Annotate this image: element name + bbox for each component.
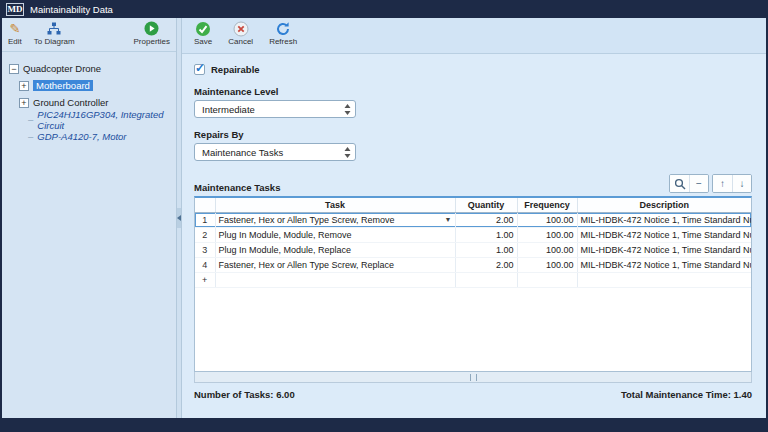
quantity-cell[interactable]: 2.00 [455, 258, 517, 273]
checkmark-icon: ✓ [195, 61, 205, 75]
task-cell[interactable]: Plug In Module, Module, Replace [215, 243, 455, 258]
add-row[interactable]: + [195, 273, 751, 288]
tree-label-ground-controller[interactable]: Ground Controller [33, 97, 109, 108]
properties-icon [144, 21, 159, 36]
move-down-button[interactable]: ↓ [732, 175, 751, 192]
grid-toolbar: − ↑ ↓ [669, 174, 752, 193]
table-row[interactable]: 2 Plug In Module, Module, Remove 1.00 10… [195, 228, 751, 243]
refresh-label: Refresh [269, 37, 297, 46]
row-number: 4 [195, 258, 215, 273]
edit-label: Edit [8, 37, 22, 46]
collapse-icon[interactable]: − [9, 64, 19, 74]
search-icon [674, 178, 686, 190]
tree-connector: – [28, 114, 33, 125]
refresh-icon [275, 21, 291, 36]
window-body: ✎ Edit To Diagram [2, 18, 766, 418]
bottom-status-bar [0, 418, 768, 432]
quantity-cell[interactable]: 1.00 [455, 228, 517, 243]
table-row[interactable]: 1 Fastener, Hex or Allen Type Screw, Rem… [195, 213, 751, 228]
move-up-button[interactable]: ↑ [713, 175, 732, 192]
repairable-checkbox[interactable]: ✓ [194, 64, 205, 75]
frequency-cell[interactable]: 100.00 [517, 258, 577, 273]
add-row-icon[interactable]: + [195, 273, 215, 288]
down-arrow-icon: ↓ [740, 178, 745, 189]
quantity-cell[interactable]: 1.00 [455, 243, 517, 258]
tree-label-motor[interactable]: GDP-A4120-7, Motor [37, 131, 126, 142]
diagram-icon [47, 21, 61, 36]
number-of-tasks: Number of Tasks: 6.00 [194, 389, 295, 400]
properties-label: Properties [134, 37, 170, 46]
empty-cell [215, 273, 455, 288]
horizontal-scrollbar[interactable] [194, 372, 752, 383]
left-panel: ✎ Edit To Diagram [2, 18, 176, 418]
save-button[interactable]: Save [194, 21, 212, 53]
cancel-x-icon [233, 21, 249, 36]
maintenance-tasks-label: Maintenance Tasks [194, 182, 280, 193]
scrollbar-grip-icon[interactable] [470, 374, 477, 381]
quantity-cell[interactable]: 2.00 [455, 213, 517, 228]
select-spinner-icon [344, 104, 351, 115]
search-button[interactable] [670, 175, 689, 192]
properties-button[interactable]: Properties [134, 21, 170, 46]
quantity-header[interactable]: Quantity [455, 198, 517, 213]
table-row[interactable]: 3 Plug In Module, Module, Replace 1.00 1… [195, 243, 751, 258]
expand-icon[interactable]: + [19, 98, 29, 108]
collapse-left-icon [177, 215, 181, 221]
window-title: Maintainability Data [30, 4, 113, 15]
frequency-header[interactable]: Frequency [517, 198, 577, 213]
table-header-row: Task Quantity Frequency Description [195, 198, 751, 213]
repairable-label: Repairable [211, 64, 260, 75]
dropdown-caret-icon[interactable]: ▼ [445, 216, 452, 223]
component-tree: − Quadcopter Drone + Motherboard + Groun… [2, 52, 176, 145]
description-cell[interactable]: MIL-HDBK-472 Notice 1, Time Standard Num… [577, 213, 751, 228]
tree-item-quadcopter-drone[interactable]: − Quadcopter Drone [2, 60, 176, 77]
form-content: ✓ Repairable Maintenance Level Intermedi… [182, 54, 766, 418]
save-label: Save [194, 37, 212, 46]
task-cell[interactable]: Fastener, Hex or Allen Type Screw, Remov… [215, 213, 455, 228]
frequency-cell[interactable]: 100.00 [517, 213, 577, 228]
panel-splitter[interactable] [176, 18, 182, 418]
task-header[interactable]: Task [215, 198, 455, 213]
main-panel: Save Cancel [182, 18, 766, 418]
maintenance-level-label: Maintenance Level [194, 86, 752, 97]
minus-icon: − [696, 178, 702, 189]
frequency-cell[interactable]: 100.00 [517, 243, 577, 258]
description-header[interactable]: Description [577, 198, 751, 213]
frequency-cell[interactable]: 100.00 [517, 228, 577, 243]
empty-cell [577, 273, 751, 288]
tree-item-motor[interactable]: – GDP-A4120-7, Motor [2, 128, 176, 145]
pencil-icon: ✎ [9, 22, 20, 36]
to-diagram-button[interactable]: To Diagram [34, 21, 75, 46]
edit-button[interactable]: ✎ Edit [8, 21, 22, 46]
maintenance-level-select[interactable]: Intermediate [194, 100, 356, 118]
row-number: 1 [195, 213, 215, 228]
repairs-by-value: Maintenance Tasks [202, 147, 283, 158]
description-cell[interactable]: MIL-HDBK-472 Notice 1, Time Standard Num… [577, 258, 751, 273]
task-cell[interactable]: Plug In Module, Module, Remove [215, 228, 455, 243]
row-number-header [195, 198, 215, 213]
up-arrow-icon: ↑ [720, 178, 725, 189]
task-cell[interactable]: Fastener, Hex or Allen Type Screw, Repla… [215, 258, 455, 273]
table-row[interactable]: 4 Fastener, Hex or Allen Type Screw, Rep… [195, 258, 751, 273]
tree-item-motherboard[interactable]: + Motherboard [2, 77, 176, 94]
tree-label-motherboard-selected[interactable]: Motherboard [33, 80, 93, 91]
description-cell[interactable]: MIL-HDBK-472 Notice 1, Time Standard Num… [577, 228, 751, 243]
to-diagram-label: To Diagram [34, 37, 75, 46]
repairs-by-select[interactable]: Maintenance Tasks [194, 143, 356, 161]
tree-item-pic24[interactable]: – PIC24HJ16GP304, Integrated Circuit [2, 111, 176, 128]
expand-icon[interactable]: + [19, 81, 29, 91]
remove-row-button[interactable]: − [689, 175, 708, 192]
save-check-icon [195, 21, 211, 36]
row-number: 3 [195, 243, 215, 258]
tree-label-pic24[interactable]: PIC24HJ16GP304, Integrated Circuit [37, 109, 176, 131]
grid-footer: Number of Tasks: 6.00 Total Maintenance … [194, 389, 752, 400]
tree-connector: – [28, 131, 33, 142]
refresh-button[interactable]: Refresh [269, 21, 297, 53]
splitter-collapse-handle[interactable] [177, 208, 181, 228]
row-number: 2 [195, 228, 215, 243]
total-maintenance-time: Total Maintenance Time: 1.40 [621, 389, 752, 400]
tree-label-root[interactable]: Quadcopter Drone [23, 63, 101, 74]
description-cell[interactable]: MIL-HDBK-472 Notice 1, Time Standard Num… [577, 243, 751, 258]
cancel-button[interactable]: Cancel [228, 21, 253, 53]
select-spinner-icon [344, 147, 351, 158]
